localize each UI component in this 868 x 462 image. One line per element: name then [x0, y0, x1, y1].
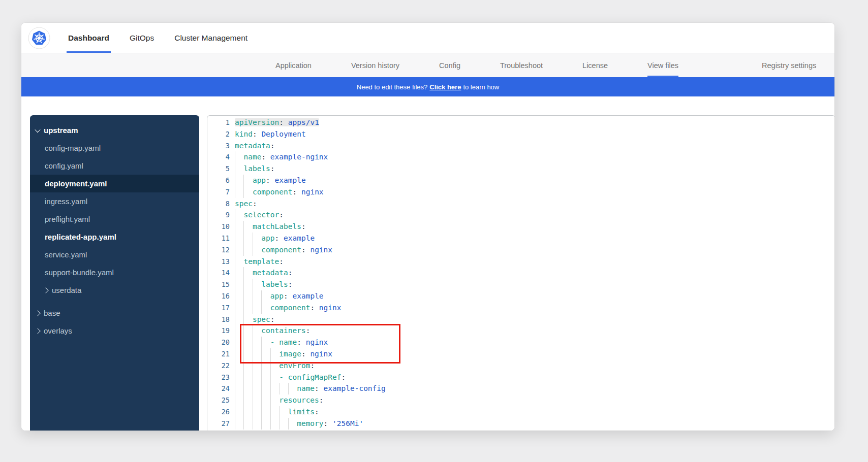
tab-license[interactable]: License [582, 53, 608, 77]
line-number: 11 [207, 233, 230, 244]
code-line[interactable]: 16app: example [207, 290, 834, 302]
code-line-text: component: nginx [235, 302, 342, 314]
code-line-text: - configMapRef: [235, 372, 346, 383]
code-line[interactable]: 23- configMapRef: [207, 372, 834, 383]
line-number: 14 [207, 267, 230, 279]
tree-item-label: deployment.yaml [45, 179, 107, 188]
tab-view-files[interactable]: View files [647, 53, 678, 77]
tab-gitops[interactable]: GitOps [128, 23, 156, 53]
code-line[interactable]: 17component: nginx [207, 302, 834, 314]
code-line-text: apiVersion: apps/v1 [235, 117, 319, 128]
code-line-text: kind: Deployment [235, 128, 306, 140]
tree-item-label: preflight.yaml [45, 215, 90, 223]
tab-troubleshoot[interactable]: Troubleshoot [500, 53, 543, 77]
code-line-text: spec: [235, 198, 257, 210]
code-line-text: labels: [235, 279, 292, 290]
tab-cluster-management[interactable]: Cluster Management [173, 23, 249, 53]
line-number: 10 [207, 221, 230, 233]
code-line-text: selector: [235, 209, 284, 221]
tab-dashboard[interactable]: Dashboard [67, 23, 111, 53]
code-line-text: labels: [235, 163, 275, 175]
tree-item-overlays[interactable]: overlays [30, 322, 199, 340]
tab-application[interactable]: Application [275, 53, 312, 77]
code-line[interactable]: 2kind: Deployment [207, 128, 834, 140]
code-line[interactable]: 10matchLabels: [207, 221, 834, 233]
code-line[interactable]: 5labels: [207, 163, 834, 175]
line-number: 24 [207, 383, 230, 394]
tab-version-history[interactable]: Version history [351, 53, 399, 77]
tree-item-label: overlays [44, 326, 72, 335]
code-line[interactable]: 14metadata: [207, 267, 834, 279]
line-number: 13 [207, 256, 230, 268]
code-line-text: memory: '256Mi' [235, 418, 363, 430]
code-line[interactable]: 13template: [207, 256, 834, 268]
file-tree-sidebar[interactable]: upstreamconfig-map.yamlconfig.yamldeploy… [30, 115, 199, 431]
tab-config[interactable]: Config [439, 53, 460, 77]
code-line[interactable]: 7component: nginx [207, 186, 834, 198]
code-line-text: component: nginx [235, 244, 332, 256]
code-line[interactable]: 11app: example [207, 233, 834, 244]
click-here-link[interactable]: Click here [429, 83, 461, 91]
code-line[interactable]: 25resources: [207, 394, 834, 406]
tree-item-label: service.yaml [45, 250, 87, 259]
code-line-text: component: nginx [235, 186, 324, 198]
line-number: 15 [207, 279, 230, 290]
line-number: 27 [207, 418, 230, 430]
code-line[interactable]: 1apiVersion: apps/v1 [207, 117, 834, 128]
line-number: 18 [207, 314, 230, 325]
line-number: 7 [207, 186, 230, 198]
code-line[interactable]: 15labels: [207, 279, 834, 290]
line-number: 23 [207, 372, 230, 383]
code-line-text: resources: [235, 394, 324, 406]
code-line[interactable]: 26limits: [207, 406, 834, 418]
line-number: 19 [207, 325, 230, 337]
annotation-red-box [240, 324, 400, 364]
tree-item-label: config.yaml [45, 161, 83, 170]
tree-item-userdata[interactable]: userdata [30, 281, 199, 299]
tree-item-deployment-yaml[interactable]: deployment.yaml [30, 175, 199, 192]
code-line-text: template: [235, 256, 284, 268]
code-line-text: limits: [235, 406, 319, 418]
line-number: 6 [207, 175, 230, 186]
chevron-right-icon [43, 287, 48, 293]
tree-item-service-yaml[interactable]: service.yaml [30, 246, 199, 263]
code-line[interactable]: 9selector: [207, 209, 834, 221]
tree-item-label: replicated-app.yaml [45, 233, 116, 241]
tree-item-base[interactable]: base [30, 304, 199, 322]
line-number: 9 [207, 209, 230, 221]
tree-item-replicated-app-yaml[interactable]: replicated-app.yaml [30, 228, 199, 246]
line-number: 8 [207, 198, 230, 210]
line-number: 17 [207, 302, 230, 314]
code-line-text: metadata: [235, 267, 292, 279]
line-number: 26 [207, 406, 230, 418]
line-number: 1 [207, 117, 230, 128]
tree-item-label: base [44, 309, 60, 317]
line-number: 5 [207, 163, 230, 175]
line-number: 21 [207, 348, 230, 360]
yaml-editor[interactable]: 1apiVersion: apps/v12kind: Deployment3me… [207, 115, 834, 431]
tree-item-config-yaml[interactable]: config.yaml [30, 157, 199, 175]
code-line-text: app: example [235, 290, 324, 302]
tree-item-support-bundle-yaml[interactable]: support-bundle.yaml [30, 263, 199, 281]
code-line[interactable]: 12component: nginx [207, 244, 834, 256]
tree-item-config-map-yaml[interactable]: config-map.yaml [30, 139, 199, 157]
code-line-text: app: example [235, 175, 306, 186]
desktop-background: DashboardGitOpsCluster Management Applic… [0, 0, 868, 462]
line-number: 25 [207, 394, 230, 406]
line-number: 3 [207, 140, 230, 152]
tree-item-preflight-yaml[interactable]: preflight.yaml [30, 210, 199, 228]
tree-item-upstream[interactable]: upstream [30, 121, 199, 139]
code-line[interactable]: 24name: example-config [207, 383, 834, 394]
code-line[interactable]: 8spec: [207, 198, 834, 210]
code-line-text: name: example-nginx [235, 151, 328, 163]
code-line[interactable]: 3metadata: [207, 140, 834, 152]
tree-item-ingress-yaml[interactable]: ingress.yaml [30, 192, 199, 210]
tree-item-label: upstream [44, 126, 78, 135]
chevron-down-icon [35, 126, 40, 132]
code-line-text: app: example [235, 233, 315, 244]
code-line[interactable]: 6app: example [207, 175, 834, 186]
code-line-text: metadata: [235, 140, 275, 152]
code-line[interactable]: 4name: example-nginx [207, 151, 834, 163]
code-line[interactable]: 27memory: '256Mi' [207, 418, 834, 430]
tab-registry-settings[interactable]: Registry settings [762, 53, 816, 77]
